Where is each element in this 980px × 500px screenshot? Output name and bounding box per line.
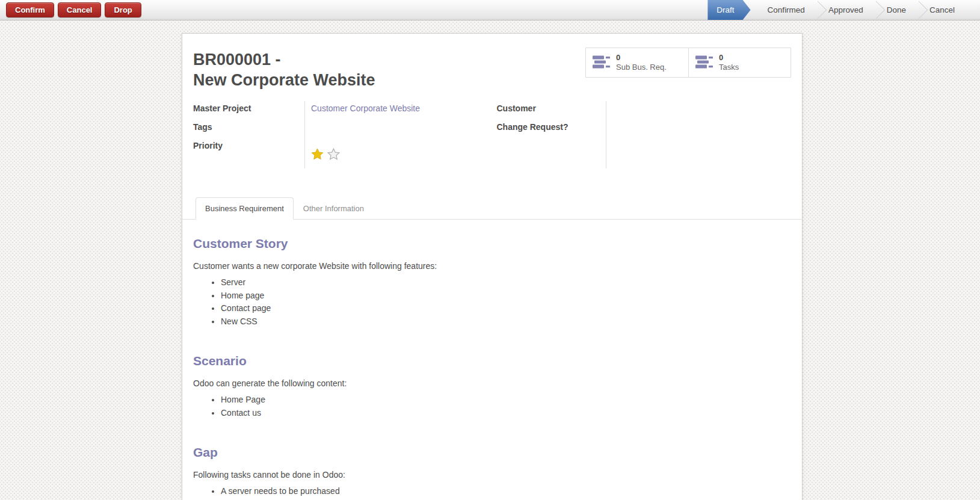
list-item: Server (221, 276, 791, 289)
tab-other-information[interactable]: Other Information (294, 197, 374, 220)
sheet-header: BR000001 - New Corporate Website (193, 46, 791, 90)
record-name: New Corporate Website (193, 71, 375, 89)
list-item: A server needs to be purchased (221, 485, 791, 498)
star-filled-icon[interactable] (311, 148, 324, 160)
list-bars-icon (592, 54, 611, 72)
sub-business-req-count: 0 (616, 53, 667, 63)
action-buttons: Confirm Cancel Drop (0, 2, 141, 17)
customer-story-intro: Customer wants a new corporate Website w… (193, 261, 791, 271)
statusbar-step-confirmed[interactable]: Confirmed (756, 0, 817, 20)
field-groups: Master Project Customer Corporate Websit… (193, 100, 791, 168)
tab-page-business-requirement: Customer Story Customer wants a new corp… (193, 236, 791, 500)
stat-button-sub-business-requirements[interactable]: 0 Sub Bus. Req. (586, 48, 688, 77)
star-empty-icon[interactable] (327, 148, 340, 160)
section-heading-customer-story: Customer Story (193, 236, 791, 252)
sub-business-req-label: Sub Bus. Req. (616, 63, 667, 72)
drop-button[interactable]: Drop (105, 2, 141, 17)
top-toolbar: Confirm Cancel Drop Draft Confirmed Appr… (0, 0, 980, 20)
customer-field[interactable] (606, 100, 792, 119)
statusbar: Draft Confirmed Approved Done Cancel (707, 0, 980, 20)
customer-story-list: Server Home page Contact page New CSS (193, 276, 791, 328)
page-title: BR000001 - New Corporate Website (193, 49, 375, 90)
tab-business-requirement[interactable]: Business Requirement (196, 197, 294, 220)
confirm-button[interactable]: Confirm (6, 2, 54, 17)
field-label-master-project: Master Project (193, 100, 304, 119)
scenario-intro: Odoo can generate the following content: (193, 378, 791, 388)
field-group-left: Master Project Customer Corporate Websit… (193, 100, 488, 168)
field-group-right: Customer Change Request? (497, 100, 792, 168)
list-item: New CSS (221, 315, 791, 329)
tasks-count: 0 (719, 53, 739, 63)
list-bars-icon (695, 54, 713, 72)
section-heading-scenario: Scenario (193, 353, 791, 369)
field-label-change-request: Change Request? (497, 119, 606, 137)
tasks-label: Tasks (719, 63, 739, 72)
list-item: A CSS should be discussed by the designe… (221, 498, 791, 500)
tab-bar: Business Requirement Other Information (182, 197, 802, 220)
list-item: Contact us (221, 407, 791, 420)
statusbar-step-draft[interactable]: Draft (707, 0, 750, 20)
notebook: Business Requirement Other Information C… (193, 197, 791, 500)
master-project-link[interactable]: Customer Corporate Website (311, 103, 420, 113)
content-area: BR000001 - New Corporate Website (0, 20, 980, 500)
gap-intro: Following tasks cannot be done in Odoo: (193, 470, 791, 480)
field-label-customer: Customer (497, 100, 606, 119)
field-label-tags: Tags (193, 119, 304, 137)
list-item: Home page (221, 289, 791, 303)
scenario-list: Home Page Contact us (193, 394, 791, 419)
section-heading-gap: Gap (193, 445, 791, 460)
tags-field[interactable] (304, 119, 488, 137)
field-label-priority: Priority (193, 137, 304, 156)
list-item: Home Page (221, 394, 791, 407)
gap-list: A server needs to be purchased A CSS sho… (193, 485, 791, 500)
priority-widget[interactable] (311, 148, 488, 160)
form-sheet: BR000001 - New Corporate Website (182, 33, 803, 500)
stat-button-tasks[interactable]: 0 Tasks (688, 48, 790, 77)
group-separator (606, 101, 606, 168)
list-item: Contact page (221, 302, 791, 315)
group-separator (304, 101, 305, 168)
record-reference: BR000001 - (193, 51, 281, 69)
stat-buttons: 0 Sub Bus. Req. (585, 48, 791, 78)
cancel-button[interactable]: Cancel (58, 2, 102, 17)
